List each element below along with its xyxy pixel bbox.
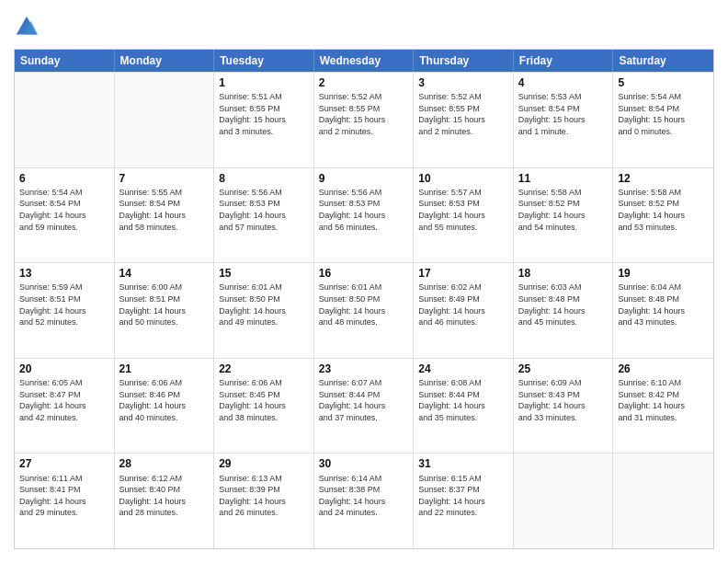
header-day-monday: Monday [115, 50, 215, 72]
day-info: Sunrise: 6:06 AM Sunset: 8:45 PM Dayligh… [219, 377, 309, 423]
day-info: Sunrise: 6:06 AM Sunset: 8:46 PM Dayligh… [119, 377, 210, 423]
day-number: 28 [119, 456, 210, 471]
calendar-cell [115, 73, 215, 167]
calendar-row-3: 20Sunrise: 6:05 AM Sunset: 8:47 PM Dayli… [15, 358, 713, 454]
day-info: Sunrise: 6:04 AM Sunset: 8:48 PM Dayligh… [618, 282, 709, 327]
day-number: 5 [618, 75, 709, 90]
calendar: SundayMondayTuesdayWednesdayThursdayFrid… [14, 49, 714, 549]
header-day-thursday: Thursday [414, 50, 514, 72]
header-day-friday: Friday [514, 50, 614, 72]
calendar-row-4: 27Sunrise: 6:11 AM Sunset: 8:41 PM Dayli… [15, 453, 713, 548]
day-number: 9 [319, 171, 409, 186]
calendar-header: SundayMondayTuesdayWednesdayThursdayFrid… [15, 50, 713, 72]
day-number: 23 [319, 362, 409, 376]
day-info: Sunrise: 6:10 AM Sunset: 8:42 PM Dayligh… [618, 377, 709, 423]
day-info: Sunrise: 6:14 AM Sunset: 8:38 PM Dayligh… [319, 473, 409, 519]
page: SundayMondayTuesdayWednesdayThursdayFrid… [0, 0, 728, 563]
day-info: Sunrise: 6:07 AM Sunset: 8:44 PM Dayligh… [319, 377, 409, 423]
day-info: Sunrise: 5:59 AM Sunset: 8:51 PM Dayligh… [19, 282, 109, 327]
day-number: 26 [618, 362, 709, 376]
calendar-cell: 8Sunrise: 5:56 AM Sunset: 8:53 PM Daylig… [214, 168, 314, 263]
calendar-cell: 14Sunrise: 6:00 AM Sunset: 8:51 PM Dayli… [115, 263, 215, 358]
day-info: Sunrise: 5:58 AM Sunset: 8:52 PM Dayligh… [518, 187, 609, 233]
calendar-cell: 20Sunrise: 6:05 AM Sunset: 8:47 PM Dayli… [15, 359, 115, 454]
day-info: Sunrise: 5:52 AM Sunset: 8:55 PM Dayligh… [418, 91, 508, 137]
day-info: Sunrise: 6:11 AM Sunset: 8:41 PM Dayligh… [19, 473, 109, 519]
header-day-tuesday: Tuesday [214, 50, 314, 72]
calendar-cell: 12Sunrise: 5:58 AM Sunset: 8:52 PM Dayli… [613, 168, 713, 263]
calendar-cell: 25Sunrise: 6:09 AM Sunset: 8:43 PM Dayli… [514, 359, 614, 454]
day-number: 7 [119, 171, 210, 186]
day-info: Sunrise: 5:54 AM Sunset: 8:54 PM Dayligh… [19, 187, 109, 233]
calendar-cell: 31Sunrise: 6:15 AM Sunset: 8:37 PM Dayli… [414, 454, 514, 548]
day-number: 4 [518, 75, 609, 90]
calendar-cell: 7Sunrise: 5:55 AM Sunset: 8:54 PM Daylig… [115, 168, 215, 263]
day-number: 18 [518, 266, 609, 281]
calendar-cell: 6Sunrise: 5:54 AM Sunset: 8:54 PM Daylig… [15, 168, 115, 263]
day-info: Sunrise: 5:54 AM Sunset: 8:54 PM Dayligh… [618, 91, 709, 137]
header-day-wednesday: Wednesday [314, 50, 415, 72]
logo [14, 14, 43, 40]
day-info: Sunrise: 6:00 AM Sunset: 8:51 PM Dayligh… [119, 282, 210, 327]
calendar-cell: 9Sunrise: 5:56 AM Sunset: 8:53 PM Daylig… [314, 168, 415, 263]
day-number: 19 [618, 266, 709, 281]
calendar-cell: 23Sunrise: 6:07 AM Sunset: 8:44 PM Dayli… [314, 359, 415, 454]
calendar-body: 1Sunrise: 5:51 AM Sunset: 8:55 PM Daylig… [15, 72, 713, 548]
day-number: 25 [518, 362, 609, 376]
day-info: Sunrise: 6:15 AM Sunset: 8:37 PM Dayligh… [418, 473, 508, 519]
day-number: 8 [219, 171, 309, 186]
calendar-cell [613, 454, 713, 548]
day-info: Sunrise: 6:01 AM Sunset: 8:50 PM Dayligh… [219, 282, 309, 327]
day-info: Sunrise: 6:12 AM Sunset: 8:40 PM Dayligh… [119, 473, 210, 519]
calendar-cell: 19Sunrise: 6:04 AM Sunset: 8:48 PM Dayli… [613, 263, 713, 358]
day-info: Sunrise: 5:51 AM Sunset: 8:55 PM Dayligh… [219, 91, 309, 137]
calendar-cell: 3Sunrise: 5:52 AM Sunset: 8:55 PM Daylig… [414, 73, 514, 167]
day-number: 13 [19, 266, 109, 281]
day-info: Sunrise: 5:56 AM Sunset: 8:53 PM Dayligh… [319, 187, 409, 233]
calendar-cell: 27Sunrise: 6:11 AM Sunset: 8:41 PM Dayli… [15, 454, 115, 548]
day-number: 27 [19, 456, 109, 471]
day-info: Sunrise: 6:08 AM Sunset: 8:44 PM Dayligh… [418, 377, 508, 423]
header-day-saturday: Saturday [613, 50, 713, 72]
calendar-cell: 21Sunrise: 6:06 AM Sunset: 8:46 PM Dayli… [115, 359, 215, 454]
calendar-row-2: 13Sunrise: 5:59 AM Sunset: 8:51 PM Dayli… [15, 262, 713, 358]
calendar-row-1: 6Sunrise: 5:54 AM Sunset: 8:54 PM Daylig… [15, 167, 713, 263]
logo-icon [14, 14, 40, 40]
calendar-cell: 11Sunrise: 5:58 AM Sunset: 8:52 PM Dayli… [514, 168, 614, 263]
day-number: 11 [518, 171, 609, 186]
day-number: 1 [219, 75, 309, 90]
day-info: Sunrise: 6:09 AM Sunset: 8:43 PM Dayligh… [518, 377, 609, 423]
calendar-cell: 17Sunrise: 6:02 AM Sunset: 8:49 PM Dayli… [414, 263, 514, 358]
day-number: 12 [618, 171, 709, 186]
day-number: 24 [418, 362, 508, 376]
day-info: Sunrise: 5:57 AM Sunset: 8:53 PM Dayligh… [418, 187, 508, 233]
day-number: 10 [418, 171, 508, 186]
day-info: Sunrise: 5:52 AM Sunset: 8:55 PM Dayligh… [319, 91, 409, 137]
day-number: 14 [119, 266, 210, 281]
calendar-cell: 30Sunrise: 6:14 AM Sunset: 8:38 PM Dayli… [314, 454, 415, 548]
calendar-cell: 5Sunrise: 5:54 AM Sunset: 8:54 PM Daylig… [613, 73, 713, 167]
calendar-cell [514, 454, 614, 548]
header [14, 14, 714, 40]
calendar-cell: 13Sunrise: 5:59 AM Sunset: 8:51 PM Dayli… [15, 263, 115, 358]
calendar-cell: 29Sunrise: 6:13 AM Sunset: 8:39 PM Dayli… [214, 454, 314, 548]
calendar-row-0: 1Sunrise: 5:51 AM Sunset: 8:55 PM Daylig… [15, 72, 713, 167]
calendar-cell [15, 73, 115, 167]
calendar-cell: 16Sunrise: 6:01 AM Sunset: 8:50 PM Dayli… [314, 263, 415, 358]
calendar-cell: 24Sunrise: 6:08 AM Sunset: 8:44 PM Dayli… [414, 359, 514, 454]
day-number: 22 [219, 362, 309, 376]
day-info: Sunrise: 5:53 AM Sunset: 8:54 PM Dayligh… [518, 91, 609, 137]
day-info: Sunrise: 6:01 AM Sunset: 8:50 PM Dayligh… [319, 282, 409, 327]
day-info: Sunrise: 6:03 AM Sunset: 8:48 PM Dayligh… [518, 282, 609, 327]
day-number: 15 [219, 266, 309, 281]
day-info: Sunrise: 6:13 AM Sunset: 8:39 PM Dayligh… [219, 473, 309, 519]
day-info: Sunrise: 5:56 AM Sunset: 8:53 PM Dayligh… [219, 187, 309, 233]
day-number: 29 [219, 456, 309, 471]
calendar-cell: 18Sunrise: 6:03 AM Sunset: 8:48 PM Dayli… [514, 263, 614, 358]
calendar-cell: 26Sunrise: 6:10 AM Sunset: 8:42 PM Dayli… [613, 359, 713, 454]
day-number: 30 [319, 456, 409, 471]
calendar-cell: 15Sunrise: 6:01 AM Sunset: 8:50 PM Dayli… [214, 263, 314, 358]
calendar-cell: 28Sunrise: 6:12 AM Sunset: 8:40 PM Dayli… [115, 454, 215, 548]
calendar-cell: 1Sunrise: 5:51 AM Sunset: 8:55 PM Daylig… [214, 73, 314, 167]
day-info: Sunrise: 5:55 AM Sunset: 8:54 PM Dayligh… [119, 187, 210, 233]
